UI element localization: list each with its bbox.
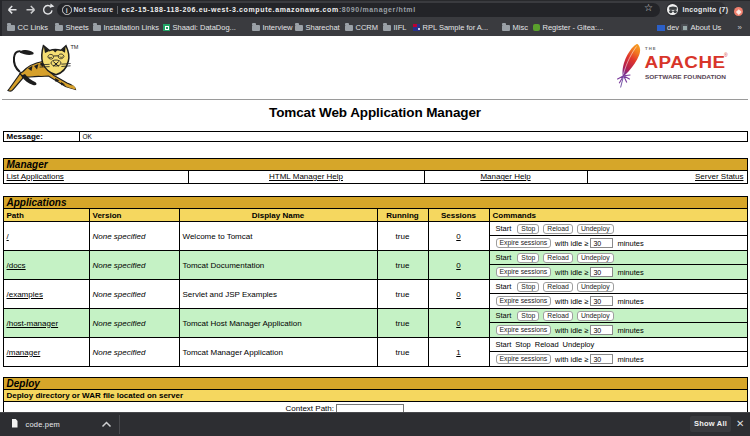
svg-text:®: ® [724,52,728,58]
svg-text:TM: TM [71,44,79,50]
svg-text:SOFTWARE FOUNDATION: SOFTWARE FOUNDATION [645,74,726,80]
svg-text:APACHE: APACHE [645,54,726,71]
svg-text:THE: THE [645,46,657,51]
